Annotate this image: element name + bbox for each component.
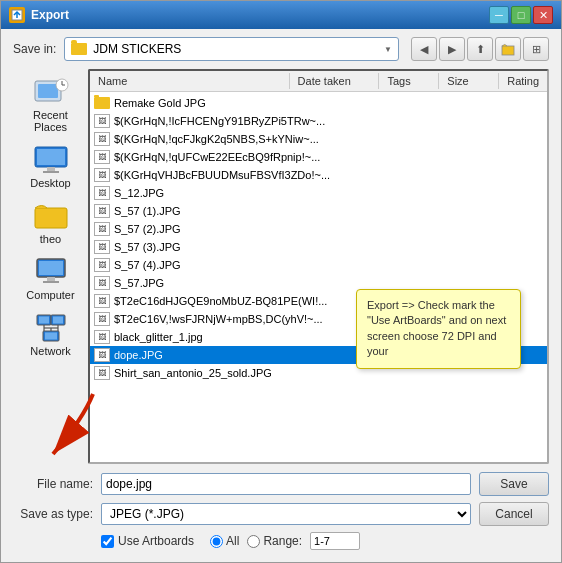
list-item[interactable]: 🖼$(KGrHqN,!qcFJkgK2q5NBS,S+kYNiw~... bbox=[90, 130, 547, 148]
computer-icon bbox=[33, 257, 69, 287]
all-radio[interactable] bbox=[210, 535, 223, 548]
range-radio[interactable] bbox=[247, 535, 260, 548]
sidebar-label-recent-places: Recent Places bbox=[22, 109, 80, 133]
forward-button[interactable]: ▶ bbox=[439, 37, 465, 61]
title-bar-left: Export bbox=[9, 7, 69, 23]
network-icon bbox=[33, 313, 69, 343]
list-item[interactable]: 🖼S_57 (2).JPG bbox=[90, 220, 547, 238]
file-name-input[interactable] bbox=[101, 473, 471, 495]
sidebar-item-recent-places[interactable]: Recent Places bbox=[16, 73, 86, 137]
sidebar-item-desktop[interactable]: Desktop bbox=[16, 141, 86, 193]
file-name-row: File name: Save bbox=[13, 472, 549, 496]
radio-group: All Range: bbox=[210, 532, 360, 550]
save-in-row: Save in: JDM STICKERS ▼ ◀ ▶ ⬆ ⊞ bbox=[13, 37, 549, 61]
all-radio-label[interactable]: All bbox=[210, 534, 239, 548]
new-folder-button[interactable] bbox=[495, 37, 521, 61]
list-item[interactable]: Remake Gold JPG bbox=[90, 94, 547, 112]
list-item[interactable]: 🖼S_57 (1).JPG bbox=[90, 202, 547, 220]
folder-item-icon bbox=[94, 97, 110, 109]
sidebar-label-network: Network bbox=[30, 345, 70, 357]
cancel-button[interactable]: Cancel bbox=[479, 502, 549, 526]
svg-rect-15 bbox=[47, 277, 55, 281]
svg-rect-20 bbox=[53, 317, 63, 324]
file-name-label: File name: bbox=[13, 477, 93, 491]
image-item-icon: 🖼 bbox=[94, 330, 110, 344]
sidebar: Recent Places Desktop bbox=[13, 69, 88, 464]
sidebar-item-network[interactable]: Network bbox=[16, 309, 86, 361]
back-button[interactable]: ◀ bbox=[411, 37, 437, 61]
save-in-folder-name: JDM STICKERS bbox=[93, 42, 378, 56]
file-item-name: S_57 (2).JPG bbox=[114, 223, 543, 235]
file-item-name: S_57 (3).JPG bbox=[114, 241, 543, 253]
list-item[interactable]: 🖼$(KGrHqN,!IcFHCENgY91BRyZPi5TRw~... bbox=[90, 112, 547, 130]
close-button[interactable]: ✕ bbox=[533, 6, 553, 24]
file-panel[interactable]: Name Date taken Tags Size Rating Remake … bbox=[88, 69, 549, 464]
column-header-size[interactable]: Size bbox=[439, 73, 499, 89]
file-list-header: Name Date taken Tags Size Rating bbox=[90, 71, 547, 92]
export-icon bbox=[9, 7, 25, 23]
use-artboards-label[interactable]: Use Artboards bbox=[101, 534, 194, 548]
file-panel-wrapper: Recent Places Desktop bbox=[13, 69, 549, 464]
svg-rect-12 bbox=[35, 208, 67, 228]
column-header-name[interactable]: Name bbox=[90, 73, 290, 89]
svg-rect-10 bbox=[47, 167, 55, 171]
list-item[interactable]: 🖼$(KGrHqN,!qUFCwE22EEcBQ9fRpnip!~... bbox=[90, 148, 547, 166]
sidebar-item-theo[interactable]: theo bbox=[16, 197, 86, 249]
file-item-name: $(KGrHqN,!qcFJkgK2q5NBS,S+kYNiw~... bbox=[114, 133, 543, 145]
save-as-select[interactable]: JPEG (*.JPG) bbox=[101, 503, 471, 525]
file-item-name: Shirt_san_antonio_25_sold.JPG bbox=[114, 367, 543, 379]
range-input[interactable] bbox=[310, 532, 360, 550]
file-item-name: $(KGrHqN,!IcFHCENgY91BRyZPi5TRw~... bbox=[114, 115, 543, 127]
image-item-icon: 🖼 bbox=[94, 150, 110, 164]
range-radio-label[interactable]: Range: bbox=[247, 534, 302, 548]
dropdown-arrow-icon: ▼ bbox=[384, 45, 392, 54]
image-item-icon: 🖼 bbox=[94, 240, 110, 254]
image-item-icon: 🖼 bbox=[94, 204, 110, 218]
image-item-icon: 🖼 bbox=[94, 132, 110, 146]
image-item-icon: 🖼 bbox=[94, 258, 110, 272]
save-as-row: Save as type: JPEG (*.JPG) Cancel bbox=[13, 502, 549, 526]
folder-icon bbox=[71, 43, 87, 55]
artboards-row: Use Artboards All Range: bbox=[13, 532, 549, 550]
column-header-tags[interactable]: Tags bbox=[379, 73, 439, 89]
file-item-name: S_57 (4).JPG bbox=[114, 259, 543, 271]
image-item-icon: 🖼 bbox=[94, 366, 110, 380]
svg-rect-16 bbox=[43, 281, 59, 283]
dialog-body: Save in: JDM STICKERS ▼ ◀ ▶ ⬆ ⊞ bbox=[1, 29, 561, 562]
image-item-icon: 🖼 bbox=[94, 222, 110, 236]
up-button[interactable]: ⬆ bbox=[467, 37, 493, 61]
save-in-dropdown[interactable]: JDM STICKERS ▼ bbox=[64, 37, 399, 61]
svg-rect-4 bbox=[38, 84, 58, 98]
maximize-button[interactable]: □ bbox=[511, 6, 531, 24]
export-dialog: Export ─ □ ✕ Save in: JDM STICKERS ▼ ◀ ▶… bbox=[0, 0, 562, 563]
list-item[interactable]: 🖼S_12.JPG bbox=[90, 184, 547, 202]
list-item[interactable]: 🖼S_57 (3).JPG bbox=[90, 238, 547, 256]
recent-places-icon bbox=[33, 77, 69, 107]
image-item-icon: 🖼 bbox=[94, 168, 110, 182]
image-item-icon: 🖼 bbox=[94, 348, 110, 362]
save-as-select-wrapper: JPEG (*.JPG) bbox=[101, 503, 471, 525]
title-bar: Export ─ □ ✕ bbox=[1, 1, 561, 29]
file-item-name: Remake Gold JPG bbox=[114, 97, 543, 109]
main-area: Recent Places Desktop bbox=[13, 69, 549, 464]
desktop-icon bbox=[33, 145, 69, 175]
tooltip-box: Export => Check mark the "Use ArtBoards"… bbox=[356, 289, 521, 369]
save-in-label: Save in: bbox=[13, 42, 56, 56]
sidebar-item-computer[interactable]: Computer bbox=[16, 253, 86, 305]
window-title: Export bbox=[31, 8, 69, 22]
image-item-icon: 🖼 bbox=[94, 186, 110, 200]
minimize-button[interactable]: ─ bbox=[489, 6, 509, 24]
list-item[interactable]: 🖼$(KGrHqVHJBcFBUUDMsuFBSVfI3ZDo!~... bbox=[90, 166, 547, 184]
save-button[interactable]: Save bbox=[479, 472, 549, 496]
sidebar-label-computer: Computer bbox=[26, 289, 74, 301]
list-item[interactable]: 🖼S_57 (4).JPG bbox=[90, 256, 547, 274]
window-controls: ─ □ ✕ bbox=[489, 6, 553, 24]
svg-rect-11 bbox=[43, 171, 59, 173]
theo-icon bbox=[33, 201, 69, 231]
column-header-rating[interactable]: Rating bbox=[499, 73, 547, 89]
column-header-date[interactable]: Date taken bbox=[290, 73, 380, 89]
file-item-name: S_12.JPG bbox=[114, 187, 543, 199]
view-button[interactable]: ⊞ bbox=[523, 37, 549, 61]
use-artboards-checkbox[interactable] bbox=[101, 535, 114, 548]
image-item-icon: 🖼 bbox=[94, 312, 110, 326]
